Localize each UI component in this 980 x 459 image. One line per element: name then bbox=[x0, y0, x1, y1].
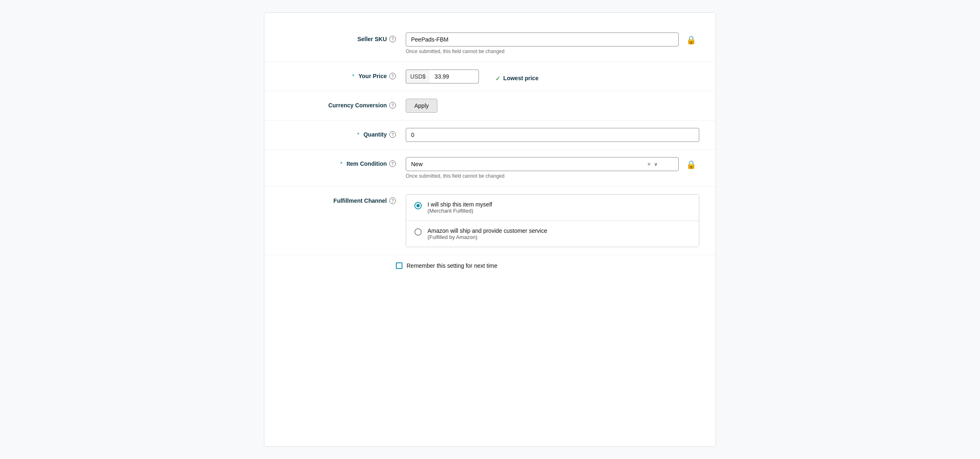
apply-button[interactable]: Apply bbox=[406, 99, 437, 113]
check-icon: ✓ bbox=[495, 74, 501, 82]
seller-sku-lock-icon: 🔒 bbox=[686, 35, 696, 45]
condition-chevron-icon[interactable]: ∨ bbox=[654, 161, 658, 167]
item-condition-input-col: New × ∨ Once submitted, this field canno… bbox=[406, 157, 679, 179]
your-price-label: Your Price bbox=[358, 73, 387, 79]
item-condition-lock-col: 🔒 bbox=[683, 157, 699, 169]
fulfillment-amazon-sub: (Fulfilled by Amazon) bbox=[428, 234, 547, 240]
seller-sku-row: Seller SKU ? Once submitted, this field … bbox=[264, 25, 716, 62]
form-container: Seller SKU ? Once submitted, this field … bbox=[264, 12, 716, 447]
item-condition-label-col: * Item Condition ? bbox=[281, 157, 396, 167]
fulfillment-radio-merchant[interactable] bbox=[414, 202, 422, 209]
currency-conversion-label-col: Currency Conversion ? bbox=[281, 99, 396, 109]
lowest-price-badge: ✓ Lowest price bbox=[495, 71, 539, 82]
fulfillment-merchant-sub: (Merchant Fulfilled) bbox=[428, 208, 492, 214]
condition-controls: × ∨ bbox=[647, 161, 658, 167]
your-price-row: * Your Price ? USD$ ✓ Lowest price bbox=[264, 62, 716, 91]
fulfillment-amazon-main: Amazon will ship and provide customer se… bbox=[428, 227, 547, 234]
your-price-required-star: * bbox=[352, 73, 354, 79]
quantity-help-icon[interactable]: ? bbox=[389, 131, 396, 138]
seller-sku-hint: Once submitted, this field cannot be cha… bbox=[406, 49, 679, 54]
fulfillment-channel-row: Fulfillment Channel ? I will ship this i… bbox=[264, 187, 716, 255]
seller-sku-label: Seller SKU bbox=[357, 36, 387, 42]
quantity-input[interactable] bbox=[406, 128, 699, 142]
fulfillment-radio-amazon[interactable] bbox=[414, 228, 422, 236]
lowest-price-label: Lowest price bbox=[503, 75, 539, 81]
seller-sku-input-col: Once submitted, this field cannot be cha… bbox=[406, 32, 679, 54]
item-condition-label: Item Condition bbox=[347, 160, 387, 167]
fulfillment-merchant-main: I will ship this item myself bbox=[428, 201, 492, 208]
item-condition-required-star: * bbox=[340, 160, 342, 167]
seller-sku-help-icon[interactable]: ? bbox=[389, 36, 396, 42]
your-price-label-col: * Your Price ? bbox=[281, 70, 396, 79]
quantity-row: * Quantity ? bbox=[264, 121, 716, 150]
remember-setting-row: Remember this setting for next time bbox=[264, 255, 716, 276]
seller-sku-input[interactable] bbox=[406, 32, 679, 46]
fulfillment-channel-input-col: I will ship this item myself (Merchant F… bbox=[406, 194, 699, 247]
fulfillment-option-merchant[interactable]: I will ship this item myself (Merchant F… bbox=[406, 195, 699, 221]
quantity-input-col bbox=[406, 128, 699, 142]
currency-prefix: USD$ bbox=[406, 70, 430, 83]
item-condition-lock-icon: 🔒 bbox=[686, 160, 696, 169]
quantity-label: Quantity bbox=[363, 131, 387, 138]
item-condition-help-icon[interactable]: ? bbox=[389, 160, 396, 167]
condition-select[interactable]: New × ∨ bbox=[406, 157, 679, 171]
currency-conversion-label: Currency Conversion bbox=[328, 102, 387, 109]
your-price-input-col: USD$ ✓ Lowest price bbox=[406, 70, 699, 83]
currency-conversion-help-icon[interactable]: ? bbox=[389, 102, 396, 109]
fulfillment-option-amazon[interactable]: Amazon will ship and provide customer se… bbox=[406, 221, 699, 247]
fulfillment-channel-label-col: Fulfillment Channel ? bbox=[281, 194, 396, 204]
fulfillment-options: I will ship this item myself (Merchant F… bbox=[406, 194, 699, 247]
remember-label: Remember this setting for next time bbox=[407, 262, 497, 269]
condition-value: New bbox=[411, 161, 423, 167]
currency-conversion-input-col: Apply bbox=[406, 99, 699, 113]
condition-clear-icon[interactable]: × bbox=[647, 161, 651, 167]
price-input-wrapper: USD$ bbox=[406, 70, 479, 83]
remember-checkbox[interactable] bbox=[396, 262, 402, 269]
quantity-required-star: * bbox=[357, 131, 359, 138]
fulfillment-channel-label: Fulfillment Channel bbox=[333, 197, 387, 204]
price-input[interactable] bbox=[430, 70, 479, 83]
your-price-help-icon[interactable]: ? bbox=[389, 73, 396, 79]
fulfillment-channel-help-icon[interactable]: ? bbox=[389, 197, 396, 204]
seller-sku-lock-col: 🔒 bbox=[683, 32, 699, 45]
currency-conversion-row: Currency Conversion ? Apply bbox=[264, 91, 716, 121]
seller-sku-label-col: Seller SKU ? bbox=[281, 32, 396, 42]
price-row-inner: USD$ ✓ Lowest price bbox=[406, 70, 699, 83]
item-condition-hint: Once submitted, this field cannot be cha… bbox=[406, 173, 679, 179]
fulfillment-merchant-text: I will ship this item myself (Merchant F… bbox=[428, 201, 492, 214]
fulfillment-amazon-text: Amazon will ship and provide customer se… bbox=[428, 227, 547, 240]
item-condition-row: * Item Condition ? New × ∨ Once submitte… bbox=[264, 150, 716, 187]
quantity-label-col: * Quantity ? bbox=[281, 128, 396, 138]
